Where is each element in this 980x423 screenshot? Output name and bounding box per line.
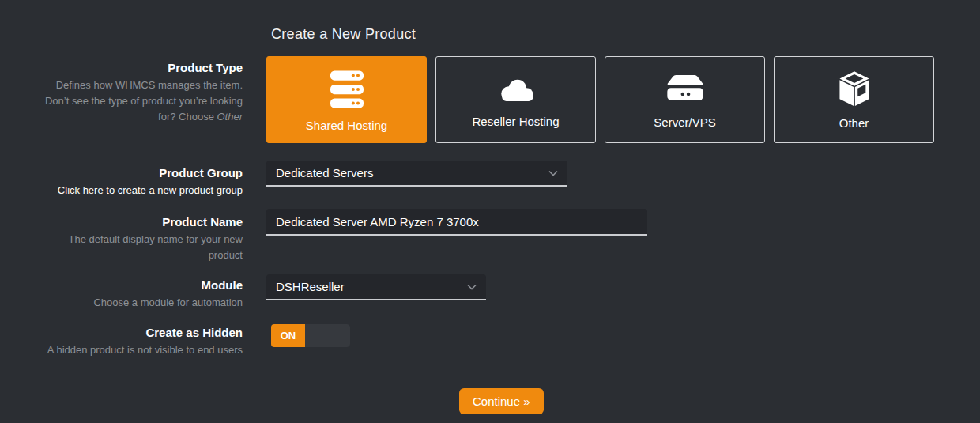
chevron-down-icon [548, 170, 558, 176]
product-group-label-block: Product Group Click here to create a new… [0, 166, 243, 198]
product-name-input[interactable] [266, 209, 647, 236]
toggle-on-label: ON [271, 324, 305, 347]
create-product-page: Create a New Product Product Type Define… [0, 0, 980, 423]
server-icon [662, 70, 708, 108]
product-type-card-other[interactable]: Other [774, 56, 934, 143]
toggle-track [305, 324, 350, 347]
product-group-selected-value: Dedicated Servers [276, 166, 373, 179]
module-label: Module [0, 278, 243, 292]
product-type-description-line2: Don’t see the type of product you’re loo… [45, 95, 243, 107]
product-type-card-label: Reseller Hosting [472, 115, 559, 128]
create-as-hidden-label-block: Create as Hidden A hidden product is not… [0, 326, 243, 358]
product-type-description-line3: for? Choose [158, 111, 217, 123]
product-type-card-shared-hosting[interactable]: Shared Hosting [266, 56, 427, 143]
product-type-description: Defines how WHMCS manages the item. Don’… [0, 77, 243, 125]
product-type-label: Product Type [0, 61, 243, 74]
create-product-group-link[interactable]: Click here to create a new product group [0, 183, 243, 198]
page-title: Create a New Product [271, 26, 416, 43]
product-type-card-label: Server/VPS [654, 115, 715, 129]
continue-button[interactable]: Continue » [459, 388, 544, 414]
cube-icon [833, 70, 876, 109]
module-selected-value: DSHReseller [276, 280, 345, 293]
create-as-hidden-description: A hidden product is not visible to end u… [0, 342, 243, 358]
product-name-label: Product Name [0, 215, 243, 228]
product-type-options: Shared Hosting Reseller Hosting [266, 56, 934, 143]
product-type-card-label: Other [839, 116, 869, 130]
server-stack-icon [325, 67, 369, 111]
module-label-block: Module Choose a module for automation [0, 278, 243, 311]
product-name-description: The default display name for your new pr… [0, 232, 243, 263]
create-as-hidden-label: Create as Hidden [0, 326, 243, 339]
product-type-label-block: Product Type Defines how WHMCS manages t… [0, 61, 243, 125]
module-description: Choose a module for automation [0, 295, 243, 311]
product-type-card-server-vps[interactable]: Server/VPS [605, 56, 765, 143]
product-type-description-other: Other [217, 111, 243, 123]
chevron-down-icon [467, 284, 477, 290]
product-type-card-reseller-hosting[interactable]: Reseller Hosting [435, 56, 596, 143]
create-as-hidden-toggle[interactable]: ON [271, 324, 350, 347]
product-name-label-block: Product Name The default display name fo… [0, 215, 243, 263]
product-name-description-line1: The default display name for your new [69, 233, 243, 245]
product-type-card-label: Shared Hosting [306, 119, 387, 132]
product-group-select[interactable]: Dedicated Servers [266, 161, 567, 187]
product-name-description-line2: product [209, 249, 243, 261]
product-group-label: Product Group [0, 166, 243, 179]
cloud-icon [492, 71, 540, 108]
module-select[interactable]: DSHReseller [266, 274, 486, 300]
product-type-description-line1: Defines how WHMCS manages the item. [56, 79, 243, 91]
